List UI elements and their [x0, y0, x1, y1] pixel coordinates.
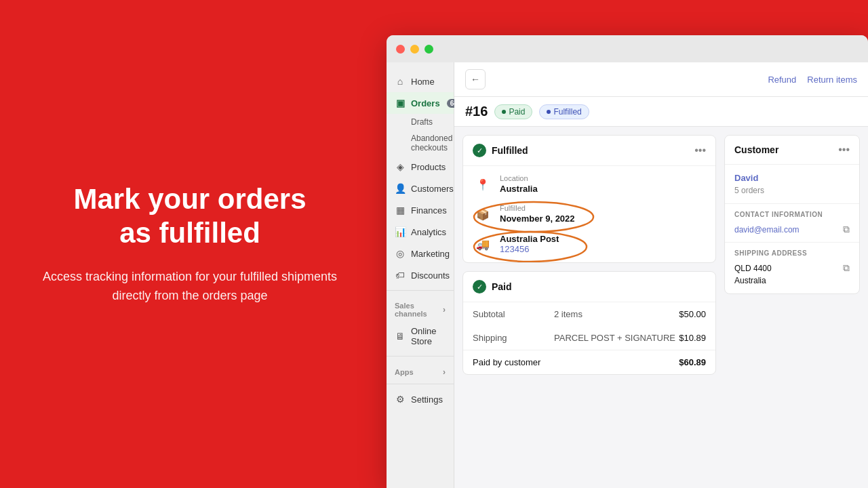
sidebar-label-home: Home [411, 77, 435, 87]
sidebar-item-marketing[interactable]: ◎ Marketing [387, 243, 454, 264]
abandoned-label: Abandoned checkouts [411, 134, 452, 152]
customer-card: Customer ••• David 5 orders CONTACT INFO… [724, 135, 860, 294]
shipping-section: SHIPPING ADDRESS QLD 4400 Australia ⧉ [725, 242, 859, 293]
products-icon: ◈ [395, 161, 406, 172]
topbar: ← Refund Return items [454, 62, 868, 97]
shipping-row: Shipping PARCEL POST + SIGNATURE $10.89 [463, 326, 715, 350]
fulfilled-menu-icon[interactable]: ••• [694, 144, 706, 157]
location-value: Australia [500, 184, 538, 194]
sidebar-item-abandoned[interactable]: Abandoned checkouts [387, 130, 454, 156]
copy-icon[interactable]: ⧉ [843, 224, 850, 235]
contact-row: david@email.com ⧉ [734, 224, 850, 235]
sidebar-label-customers: Customers [411, 184, 454, 194]
paid-card: ✓ Paid Subtotal 2 items $50.00 Shipping … [462, 271, 716, 375]
customer-info: David 5 orders [725, 165, 859, 203]
settings-icon: ⚙ [395, 394, 406, 405]
sidebar-label-marketing: Marketing [411, 249, 450, 259]
minimize-button[interactable] [410, 45, 419, 54]
sidebar-label-products: Products [411, 162, 446, 172]
topbar-actions: Refund Return items [768, 75, 857, 85]
total-row: Paid by customer $60.89 [463, 350, 715, 374]
sidebar-item-orders[interactable]: ▣ Orders 64 [387, 92, 454, 114]
sidebar-sales-channels[interactable]: Sales channels › [387, 295, 454, 321]
fulfilled-date-value: November 9, 2022 [500, 214, 575, 224]
paid-card-header: ✓ Paid [463, 272, 715, 302]
sidebar-item-products[interactable]: ◈ Products [387, 156, 454, 178]
location-icon: 📍 [473, 174, 493, 195]
sidebar-item-analytics[interactable]: 📊 Analytics [387, 221, 454, 243]
chevron-right-icon-2: › [443, 367, 446, 377]
sidebar-divider [387, 290, 454, 291]
sidebar-item-settings[interactable]: ⚙ Settings [387, 388, 454, 410]
customer-name[interactable]: David [734, 173, 850, 183]
close-button[interactable] [396, 45, 405, 54]
fulfilled-date-wrapper: 📦 Fulfilled November 9, 2022 [473, 204, 706, 224]
subtotal-amount: $50.00 [679, 309, 706, 319]
location-label: Location [500, 174, 538, 182]
total-label: Paid by customer [473, 357, 679, 367]
analytics-icon: 📊 [395, 226, 406, 237]
fulfilled-info: 📍 Location Australia 📦 [463, 166, 715, 262]
customer-card-header: Customer ••• [725, 136, 859, 165]
orders-icon: ▣ [395, 98, 406, 108]
sidebar-item-finances[interactable]: ▦ Finances [387, 199, 454, 221]
shipping-desc: PARCEL POST + SIGNATURE [554, 333, 679, 343]
drafts-label: Drafts [411, 117, 433, 127]
chevron-right-icon: › [443, 305, 446, 314]
shipping-amount: $10.89 [679, 333, 706, 343]
app-content: ⌂ Home ▣ Orders 64 Drafts Abandoned chec… [387, 62, 868, 488]
hero-subtitle: Access tracking information for your ful… [41, 267, 339, 306]
sidebar-item-online-store[interactable]: 🖥 Online Store [387, 321, 454, 352]
sales-channels-label: Sales channels [395, 302, 443, 318]
maximize-button[interactable] [425, 45, 433, 54]
fulfilled-date-details: Fulfilled November 9, 2022 [500, 204, 575, 224]
tracking-row: 🚚 Australia Post 123456 [473, 234, 559, 254]
paid-check-icon: ✓ [473, 280, 486, 293]
tracking-number[interactable]: 123456 [500, 244, 559, 254]
home-icon: ⌂ [395, 76, 406, 87]
fulfilled-card-title: Fulfilled [492, 145, 528, 156]
fulfilled-badge-label: Fulfilled [553, 107, 581, 117]
subtotal-items: 2 items [554, 309, 679, 319]
refund-button[interactable]: Refund [768, 75, 796, 85]
return-items-button[interactable]: Return items [807, 75, 857, 85]
side-column: Customer ••• David 5 orders CONTACT INFO… [724, 135, 860, 480]
sidebar-divider-2 [387, 356, 454, 357]
tracking-wrapper: 🚚 Australia Post 123456 [473, 234, 706, 254]
back-button[interactable]: ← [465, 69, 486, 89]
contact-email[interactable]: david@email.com [734, 225, 800, 235]
location-details: Location Australia [500, 174, 538, 194]
fulfilled-card-header: ✓ Fulfilled ••• [463, 136, 715, 166]
shipping-address: QLD 4400 Australia [734, 262, 772, 287]
customer-menu-icon[interactable]: ••• [838, 144, 850, 156]
apps-label: Apps [395, 368, 414, 376]
sidebar-item-customers[interactable]: 👤 Customers [387, 178, 454, 199]
box-icon: 📦 [473, 204, 493, 224]
titlebar [387, 35, 868, 62]
carrier-value: Australia Post [500, 234, 559, 244]
address-line2: Australia [734, 274, 772, 287]
main-content: ← Refund Return items #16 Paid Fulfilled [454, 62, 868, 488]
sidebar-label-online-store: Online Store [411, 326, 446, 346]
marketing-icon: ◎ [395, 248, 406, 259]
order-number: #16 [465, 104, 488, 119]
hero-section: Mark your orders as fulfilled Access tra… [0, 0, 380, 488]
sidebar-label-discounts: Discounts [411, 270, 450, 281]
sidebar-apps[interactable]: Apps › [387, 361, 454, 380]
hero-title: Mark your orders as fulfilled [73, 182, 306, 251]
copy-address-icon[interactable]: ⧉ [843, 262, 850, 274]
finances-icon: ▦ [395, 205, 406, 216]
sidebar-item-drafts[interactable]: Drafts [387, 114, 454, 130]
online-store-icon: 🖥 [395, 331, 406, 342]
sidebar-item-discounts[interactable]: 🏷 Discounts [387, 264, 454, 286]
customer-orders: 5 orders [734, 186, 850, 195]
fulfilled-dot [547, 110, 551, 114]
sidebar-label-orders: Orders [411, 98, 440, 108]
order-header: #16 Paid Fulfilled [454, 97, 868, 127]
tracking-details: Australia Post 123456 [500, 234, 559, 254]
sidebar-item-home[interactable]: ⌂ Home [387, 70, 454, 92]
address-line1: QLD 4400 [734, 262, 772, 274]
total-amount: $60.89 [679, 357, 706, 367]
fulfilled-badge: Fulfilled [539, 104, 589, 119]
sidebar-label-finances: Finances [411, 205, 447, 216]
